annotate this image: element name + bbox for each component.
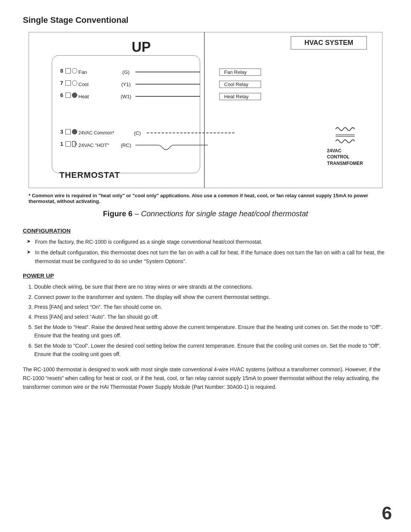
terminal-8-num: 8 — [55, 68, 63, 74]
step-2: Connect power to the transformer and sys… — [34, 293, 388, 301]
wire-cool-code: (Y1) — [116, 81, 135, 87]
wire-fan: Fan (G) — [78, 66, 234, 78]
terminal-7-num: 7 — [55, 80, 63, 86]
terminal-8: 8 — [55, 65, 79, 77]
step-5: Set the Mode to "Heat". Raise the desire… — [34, 323, 388, 340]
step-6: Set the Mode to "Cool". Lower the desire… — [34, 342, 388, 359]
terminal-7-sym — [65, 80, 77, 86]
wire-common-dashes — [147, 133, 234, 133]
relay-heat: Heat Relay — [219, 90, 261, 102]
terminal-sq — [65, 93, 71, 98]
step-3: Press [FAN] and select “On”. The fan sho… — [34, 303, 388, 311]
wire-heat-line — [135, 96, 200, 97]
page-number: 6 — [382, 503, 392, 524]
relay-labels: Fan Relay Cool Relay Heat Relay — [219, 66, 261, 102]
transformer-coil-svg — [334, 125, 357, 146]
relay-fan: Fan Relay — [219, 66, 261, 78]
figure-caption-italic: – Connections for single stage heat/cool… — [135, 209, 308, 218]
terminal-1-num: 1 — [55, 141, 63, 147]
config-bullet-1-text: From the factory, the RC-1000 is configu… — [35, 239, 262, 245]
wire-heat-label: Heat — [78, 94, 116, 99]
wire-hot-wavy — [135, 139, 208, 151]
terminal-sq — [65, 141, 71, 147]
power-up-section: POWER UP Double check wiring, be sure th… — [23, 272, 388, 358]
configuration-heading: CONFIGURATION — [23, 227, 388, 234]
config-bullet-2-text: In the default configuration, this therm… — [35, 249, 384, 264]
relay-cool-label: Cool Relay — [219, 81, 261, 88]
terminal-3-num: 3 — [55, 129, 63, 135]
wire-cool-line — [135, 84, 200, 85]
terminal-7: 7 — [55, 77, 79, 89]
figure-caption: Figure 6 – Connections for single stage … — [23, 209, 388, 218]
terminal-8-sym — [65, 68, 77, 73]
step-4: Press [FAN] and select “Auto”. The fan s… — [34, 313, 388, 321]
terminal-6-sym — [65, 93, 77, 98]
step-1-text: Double check wiring, be sure that there … — [34, 284, 253, 290]
step-3-text: Press [FAN] and select “On”. The fan sho… — [34, 304, 162, 310]
terminal-6-num: 6 — [55, 92, 63, 98]
wire-spacer — [78, 102, 234, 127]
terminal-circ — [72, 80, 77, 86]
wire-fan-line — [135, 72, 200, 72]
wire-fan-label: Fan — [78, 69, 116, 75]
body-text: The RC-1000 thermostat is designed to wo… — [23, 365, 388, 391]
wire-common-code: (C) — [128, 130, 147, 136]
step-1: Double check wiring, be sure that there … — [34, 283, 388, 291]
wire-hot: 24VAC "HOT" (RC) — [78, 139, 234, 151]
wire-fan-code: (G) — [116, 69, 135, 75]
wire-cool: Cool (Y1) — [78, 78, 234, 90]
terminal-circ — [72, 68, 77, 73]
terminal-1-sym — [65, 141, 79, 147]
terminal-circ-filled — [72, 129, 77, 134]
terminal-circ-filled — [72, 93, 77, 98]
step-6-text: Set the Mode to "Cool". Lower the desire… — [34, 343, 381, 357]
wire-common: 24VAC Common* (C) — [78, 127, 234, 139]
power-up-heading: POWER UP — [23, 272, 388, 279]
step-5-text: Set the Mode to "Heat". Raise the desire… — [34, 324, 382, 339]
terminal-sq — [65, 129, 71, 134]
wire-common-label: 24VAC Common* — [78, 130, 128, 136]
wire-rows: Fan (G) Cool (Y1) Heat (W1) 24VAC Common… — [78, 66, 234, 151]
wire-heat: Heat (W1) — [78, 90, 234, 102]
relay-fan-label: Fan Relay — [219, 69, 261, 76]
relay-cool: Cool Relay — [219, 78, 261, 90]
terminal-6: 6 — [55, 89, 79, 101]
figure-caption-bold: Figure 6 — [103, 209, 132, 218]
terminal-spacer — [55, 101, 79, 126]
page-title: Single Stage Conventional — [23, 15, 388, 25]
configuration-bullets: From the factory, the RC-1000 is configu… — [23, 238, 388, 265]
relay-heat-label: Heat Relay — [219, 93, 261, 100]
wire-heat-code: (W1) — [116, 94, 135, 99]
transformer-coil — [327, 125, 363, 146]
thermostat-label: THERMOSTAT — [59, 170, 120, 180]
step-4-text: Press [FAN] and select “Auto”. The fan s… — [34, 314, 159, 320]
config-bullet-1: From the factory, the RC-1000 is configu… — [27, 238, 388, 246]
terminal-3-sym — [65, 129, 77, 134]
step-2-text: Connect power to the transformer and sys… — [34, 294, 270, 300]
wire-cool-label: Cool — [78, 81, 116, 87]
transformer-label: 24VACCONTROLTRANSMFOMER — [327, 148, 363, 167]
transformer-area: 24VACCONTROLTRANSMFOMER — [327, 125, 363, 167]
wire-hot-label: 24VAC "HOT" — [78, 142, 116, 148]
terminal-symbols: 8 7 6 3 — [55, 65, 79, 150]
power-up-steps: Double check wiring, be sure that there … — [23, 283, 388, 358]
terminal-3: 3 — [55, 126, 79, 138]
terminal-1: 1 — [55, 138, 79, 150]
terminal-special-sym — [72, 141, 79, 147]
footnote: * Common wire is required in "heat only"… — [29, 193, 382, 204]
hvac-system-box: HVAC SYSTEM — [291, 36, 367, 50]
svg-rect-0 — [72, 141, 75, 147]
terminal-sq — [65, 68, 71, 73]
up-label: UP — [132, 39, 151, 55]
configuration-section: CONFIGURATION From the factory, the RC-1… — [23, 227, 388, 265]
footnote-text: * Common wire is required in "heat only"… — [29, 193, 368, 204]
config-bullet-2: In the default configuration, this therm… — [27, 248, 388, 265]
diagram-area: UP HVAC SYSTEM THERMOSTAT 8 7 6 — [29, 32, 382, 188]
wire-hot-code: (RC) — [116, 142, 135, 148]
terminal-sq — [65, 80, 71, 86]
